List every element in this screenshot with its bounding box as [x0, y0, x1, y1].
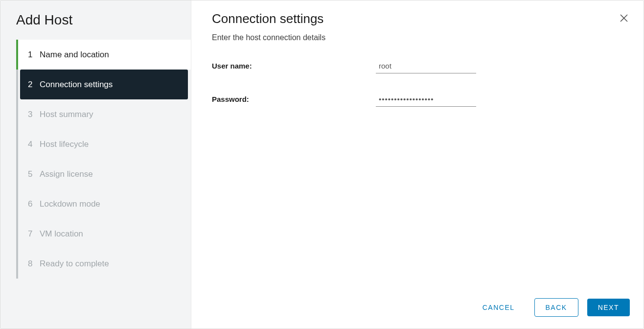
wizard-footer: CANCEL BACK NEXT: [191, 289, 644, 329]
next-button[interactable]: NEXT: [587, 299, 630, 316]
step-host-lifecycle: 4 Host lifecycle: [16, 129, 191, 159]
username-input[interactable]: [376, 60, 476, 73]
back-button[interactable]: BACK: [534, 298, 578, 317]
step-number: 7: [28, 229, 40, 239]
step-host-summary: 3 Host summary: [16, 99, 191, 129]
wizard-main-panel: Connection settings Enter the host conne…: [191, 0, 644, 329]
step-label: Host lifecycle: [40, 140, 89, 149]
panel-subtitle: Enter the host connection details: [212, 33, 623, 42]
panel-title: Connection settings: [212, 11, 623, 26]
cancel-button[interactable]: CANCEL: [472, 299, 526, 316]
step-number: 2: [28, 80, 40, 90]
step-number: 3: [28, 110, 40, 119]
step-number: 1: [28, 50, 40, 60]
step-number: 4: [28, 140, 40, 149]
username-row: User name:: [212, 60, 623, 73]
step-name-and-location[interactable]: 1 Name and location: [16, 40, 191, 70]
close-icon: [620, 14, 628, 23]
step-number: 6: [28, 199, 40, 209]
step-label: Lockdown mode: [40, 199, 100, 209]
password-label: Password:: [212, 93, 376, 103]
step-label: Assign license: [40, 169, 93, 179]
step-label: Name and location: [40, 50, 109, 60]
step-connection-settings[interactable]: 2 Connection settings: [20, 70, 188, 99]
wizard-title: Add Host: [0, 12, 191, 40]
step-lockdown-mode: 6 Lockdown mode: [16, 189, 191, 219]
wizard-steps: 1 Name and location 2 Connection setting…: [0, 40, 191, 279]
step-assign-license: 5 Assign license: [16, 159, 191, 189]
step-vm-location: 7 VM location: [16, 219, 191, 249]
step-label: VM location: [40, 229, 83, 239]
wizard-sidebar: Add Host 1 Name and location 2 Connectio…: [0, 0, 191, 329]
close-button[interactable]: [619, 13, 629, 23]
step-label: Connection settings: [40, 80, 113, 90]
password-row: Password:: [212, 93, 623, 107]
step-track-completed: [16, 40, 18, 70]
step-label: Host summary: [40, 110, 93, 119]
step-number: 5: [28, 169, 40, 179]
step-ready-to-complete: 8 Ready to complete: [16, 249, 191, 279]
add-host-wizard: Add Host 1 Name and location 2 Connectio…: [0, 0, 644, 329]
step-label: Ready to complete: [40, 259, 109, 269]
step-number: 8: [28, 259, 40, 269]
panel-header: Connection settings Enter the host conne…: [191, 0, 644, 60]
username-label: User name:: [212, 60, 376, 70]
password-input[interactable]: [376, 93, 476, 107]
connection-form: User name: Password:: [191, 60, 644, 126]
